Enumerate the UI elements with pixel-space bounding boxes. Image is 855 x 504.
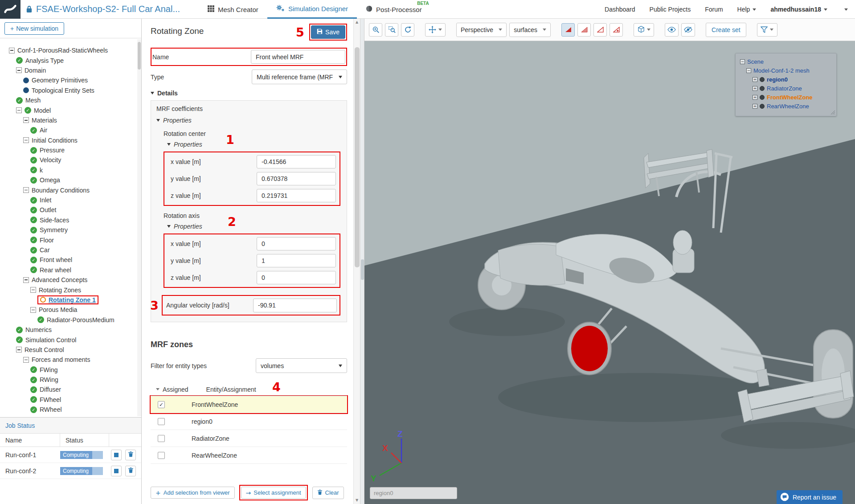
tree-item-label[interactable]: Numerics [25,326,52,333]
collapse-icon[interactable] [9,48,15,53]
tree-item[interactable]: ✓Velocity [0,155,137,165]
tree-item-label[interactable]: Advanced Concepts [32,276,87,283]
scene-zone-row[interactable]: +RadiatorZone [740,84,832,93]
tree-item-label[interactable]: Boundary Conditions [32,187,90,194]
tree-item[interactable]: Forces and moments [0,355,137,365]
tree-item-label[interactable]: Initial Conditions [32,137,78,144]
tree-item-label[interactable]: FWheel [40,396,61,403]
tree-item[interactable]: ✓FWing [0,365,137,375]
scene-mesh-row[interactable]: − Model-Conf-1-2 mesh [740,66,832,75]
tree-item[interactable]: ✓RWheel [0,405,137,414]
create-set-button[interactable]: Create set [706,23,746,37]
visibility-icon[interactable] [760,77,765,82]
tree-item[interactable]: Rotating Zones [0,285,137,295]
collapse-icon[interactable] [23,277,29,283]
scene-root-label[interactable]: Scene [747,58,764,65]
tree-item-label[interactable]: Rotating Zones [39,287,81,294]
collapse-icon[interactable]: − [740,59,745,64]
projection-select[interactable]: Perspective [456,23,507,37]
orientation-cube-button[interactable] [634,23,654,37]
tree-item-label[interactable]: Rotating Zone 1 [49,296,96,303]
tree-item[interactable]: ✓Side-faces [0,215,137,225]
tree-item[interactable]: ✓Diffuser [0,385,137,394]
visibility-icon[interactable] [760,86,765,91]
sort-icon[interactable] [156,388,160,390]
tree-item-label[interactable]: Porous Media [39,306,77,313]
delete-job-button[interactable] [125,450,136,460]
mrf-zone-row[interactable]: ✓FrontWheelZone [151,396,347,413]
scroll-up-icon[interactable]: ▲ [354,19,360,25]
tree-item[interactable]: ✓Mesh [0,95,137,105]
tree-item-label[interactable]: Result Control [25,346,64,353]
collapse-icon[interactable] [23,357,29,363]
viewer-canvas[interactable]: − Scene − Model-Conf-1-2 mesh +region0+R… [364,41,855,504]
type-select[interactable]: Multi reference frame (MRF [252,70,347,84]
filter-button[interactable] [757,23,777,37]
delete-job-button[interactable] [125,466,136,476]
expand-icon[interactable]: + [753,86,757,91]
tab-mesh-creator[interactable]: Mesh Creator [199,0,267,19]
pan-tool-button[interactable] [425,23,446,37]
panel-scrollbar[interactable]: ▲ ▼ [353,19,360,504]
clip-plane-button-3[interactable] [593,23,607,37]
assigned-checkbox[interactable] [158,435,165,442]
assigned-column-header[interactable]: Assigned [163,386,188,393]
tree-item[interactable]: ✓Analysis Type [0,55,137,65]
scene-zone-label[interactable]: region0 [767,76,788,83]
tree-item[interactable]: ✓Front wheel [0,255,137,265]
clear-button[interactable]: Clear [312,487,344,499]
tree-item-label[interactable]: Simulation Control [25,336,76,344]
tree-item-label[interactable]: Front wheel [40,256,72,263]
tree-item[interactable]: ✓Floor [0,235,137,245]
property-input[interactable] [257,189,336,202]
tree-item-label[interactable]: Domain [25,67,46,74]
property-input[interactable] [257,271,336,284]
nav-help[interactable]: Help [737,6,757,13]
assigned-checkbox[interactable]: ✓ [158,401,165,408]
tree-item-label[interactable]: RWing [40,376,58,383]
expand-icon[interactable]: + [753,95,757,100]
tree-item-label[interactable]: Materials [32,117,57,124]
collapse-icon[interactable] [23,187,29,193]
tab-post-processor[interactable]: Post-Processor BETA [357,0,431,19]
mrf-zone-row[interactable]: RadiatorZone [151,430,347,447]
collapse-icon[interactable]: − [746,68,751,73]
collapse-icon[interactable] [16,107,22,113]
mrf-zone-row[interactable]: region0 [151,413,347,430]
nav-dashboard[interactable]: Dashboard [605,6,635,13]
hide-selection-button[interactable] [681,23,695,37]
mrf-zone-row[interactable]: RearWheelZone [151,447,347,464]
tree-item-label[interactable]: Side-faces [40,217,69,224]
simscale-logo[interactable] [0,0,20,19]
tree-item[interactable]: ✓Numerics [0,325,137,335]
assigned-checkbox[interactable] [158,418,165,425]
tree-item[interactable]: ✓Rear wheel [0,265,137,275]
details-toggle[interactable]: Details [151,90,347,97]
properties-toggle[interactable]: Properties [167,141,341,148]
scene-zone-row[interactable]: +FrontWheelZone [740,93,832,102]
properties-toggle[interactable]: Properties [156,117,341,124]
tree-item[interactable]: Boundary Conditions [0,185,137,195]
collapse-icon[interactable] [16,67,22,73]
panel-viewer-divider[interactable] [360,19,364,504]
tree-item-label[interactable]: Topological Entity Sets [32,87,94,94]
collapse-icon[interactable] [30,287,36,293]
tree-item[interactable]: Result Control [0,345,137,355]
tree-scrollbar[interactable] [137,39,141,416]
collapse-icon[interactable] [30,307,36,313]
tree-item-label[interactable]: Symmetry [40,226,68,234]
tree-item-label[interactable]: Model [34,107,51,114]
properties-toggle[interactable]: Properties [167,223,341,230]
scene-mesh-label[interactable]: Model-Conf-1-2 mesh [753,67,810,74]
clip-plane-button-2[interactable] [577,23,591,37]
scroll-down-icon[interactable]: ▼ [354,497,360,504]
tree-item-label[interactable]: Inlet [40,197,51,204]
collapse-icon[interactable] [23,137,29,143]
visibility-icon[interactable] [760,104,765,109]
new-simulation-button[interactable]: +New simulation [4,22,64,35]
tree-item[interactable]: ✓Car [0,245,137,255]
tree-item[interactable]: ✓k [0,165,137,175]
property-input[interactable] [257,155,336,168]
tree-item-label[interactable]: Forces and moments [32,356,90,363]
nav-public-projects[interactable]: Public Projects [650,6,691,13]
